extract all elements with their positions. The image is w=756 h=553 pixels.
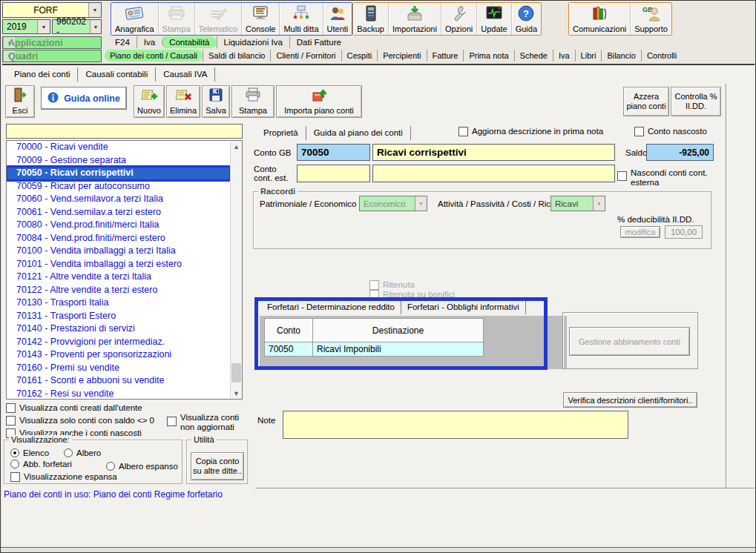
list-scrollbar[interactable]: ▲ ▼ bbox=[230, 141, 242, 399]
account-list-item[interactable]: 70121 - Altre vendite a terzi Italia bbox=[7, 271, 230, 284]
account-list-item[interactable]: 70122 - Altre vendite a terzi estero bbox=[7, 284, 230, 297]
checkbox-box[interactable] bbox=[634, 127, 644, 136]
checkbox-conti-non-aggiornati[interactable]: Visualizza conti non aggiornati bbox=[167, 413, 247, 432]
quadri-tab[interactable]: Clienti / Fornitori bbox=[270, 50, 341, 62]
account-list-item[interactable]: 70143 - Proventi per sponsorizzazioni bbox=[7, 348, 230, 362]
esci-button[interactable]: Esci bbox=[5, 85, 35, 118]
account-list-item[interactable]: 70059 - Ricavi per autoconsumo bbox=[7, 180, 230, 193]
quadri-tab[interactable]: Schede bbox=[514, 50, 553, 62]
guida-button[interactable]: ? Guida bbox=[512, 3, 541, 35]
stampa-piano-button[interactable]: Stampa bbox=[231, 85, 275, 118]
account-list-item[interactable]: 70101 - Vendita imballaggi a terzi ester… bbox=[7, 258, 230, 271]
account-list-item[interactable]: 70130 - Trasporti Italia bbox=[7, 297, 230, 310]
checkbox-box[interactable] bbox=[167, 417, 177, 426]
account-list-item[interactable]: 70160 - Premi su vendite bbox=[7, 362, 230, 375]
year-select[interactable]: 2019 ▼ bbox=[2, 19, 50, 34]
account-list-item[interactable]: 70100 - Vendita imballaggi a terzi Itali… bbox=[7, 245, 230, 258]
account-list-item[interactable]: 70162 - Resi su vendite bbox=[7, 388, 230, 400]
table-row[interactable]: 70050 Ricavi Imponibili bbox=[265, 342, 484, 357]
radio-albero-espanso[interactable]: Albero espanso bbox=[106, 462, 178, 471]
quadri-dropdown[interactable]: Quadri ▼ bbox=[2, 50, 102, 62]
update-button[interactable]: Update bbox=[477, 3, 511, 35]
checkbox-box[interactable] bbox=[6, 403, 16, 413]
copia-conto-button[interactable]: Copia conto su altre ditte.. bbox=[191, 452, 244, 480]
quadri-tab[interactable]: Libri bbox=[575, 50, 602, 62]
forfetari-tab[interactable]: Forfetari - Determinazione reddito bbox=[261, 300, 401, 314]
account-list-item[interactable]: 70084 - Vend.prod.finiti/merci estero bbox=[7, 232, 230, 245]
piano-subtab[interactable]: Causali contabili bbox=[78, 67, 156, 82]
checkbox-nascondi-conti-esterna[interactable]: Nascondi conti cont. esterna bbox=[617, 168, 717, 188]
verifica-descrizioni-button[interactable]: Verifica descrizioni clienti/fornitori.. bbox=[563, 392, 697, 408]
property-tab[interactable]: Guida al piano dei conti bbox=[306, 126, 411, 140]
conto-gb-code-field[interactable]: 70050 bbox=[297, 144, 370, 161]
code-select[interactable]: 960202 - ▼ bbox=[52, 19, 102, 34]
checkbox-visualizzazione-espansa[interactable]: Visualizzazione espansa bbox=[10, 472, 117, 482]
quadri-tab[interactable]: Prima nota bbox=[463, 50, 513, 62]
piano-subtab[interactable]: Causali IVA bbox=[156, 67, 215, 82]
scrollbar-thumb[interactable] bbox=[231, 363, 241, 383]
patrimoniale-select[interactable]: Economico ▼ bbox=[359, 196, 427, 211]
chevron-down-icon[interactable]: ▼ bbox=[88, 3, 101, 17]
conto-est-desc-field[interactable] bbox=[372, 165, 615, 182]
radio-albero[interactable]: Albero bbox=[64, 448, 101, 457]
forfetari-tab[interactable]: Forfetari - Obblighi informativi bbox=[401, 300, 526, 314]
app-tab[interactable]: Dati Fatture bbox=[289, 36, 348, 48]
importa-piano-conti-button[interactable]: Importa piano conti bbox=[276, 85, 362, 118]
quadri-tab[interactable]: Cespiti bbox=[341, 50, 378, 62]
conto-gb-desc-field[interactable]: Ricavi corrispettivi bbox=[372, 144, 615, 161]
piano-subtab[interactable]: Piano dei conti bbox=[7, 67, 78, 82]
opzioni-button[interactable]: Opzioni bbox=[441, 3, 477, 35]
scroll-up-icon[interactable]: ▲ bbox=[231, 141, 242, 152]
account-list-item[interactable]: 70009 - Gestione separata bbox=[7, 154, 230, 168]
radio-elenco[interactable]: Elenco bbox=[10, 448, 49, 457]
anagrafica-button[interactable]: Anagrafica bbox=[111, 3, 159, 35]
account-search-input[interactable] bbox=[6, 124, 243, 139]
quadri-tab[interactable]: Iva bbox=[553, 50, 575, 62]
checkbox-conto-nascosto[interactable]: Conto nascosto bbox=[634, 127, 707, 136]
quadri-tab[interactable]: Percipienti bbox=[377, 50, 426, 62]
account-list-item[interactable]: 70060 - Vend.semilavor.a terzi Italia bbox=[7, 193, 230, 206]
account-list-item[interactable]: 70000 - Ricavi vendite bbox=[7, 141, 230, 154]
comunicazioni-button[interactable]: Comunicazioni bbox=[569, 3, 631, 35]
chevron-down-icon[interactable]: ▼ bbox=[37, 20, 50, 33]
quadri-tab[interactable]: Saldi di bilancio bbox=[203, 50, 270, 62]
quadri-tab[interactable]: Piano dei conti / Causali bbox=[105, 50, 203, 62]
nuovo-button[interactable]: Nuovo bbox=[134, 85, 165, 118]
scroll-down-icon[interactable]: ▼ bbox=[231, 388, 242, 399]
importazioni-button[interactable]: Importazioni bbox=[389, 3, 441, 35]
applicazioni-dropdown[interactable]: Applicazioni ▼ bbox=[2, 36, 102, 49]
backup-button[interactable]: Backup bbox=[353, 3, 389, 35]
azzera-piano-conti-button[interactable]: Azzera piano conti bbox=[623, 87, 669, 116]
conto-est-code-field[interactable] bbox=[297, 165, 370, 182]
account-list-item[interactable]: 70140 - Prestazioni di servizi bbox=[7, 322, 230, 336]
company-select[interactable]: FORF ▼ bbox=[2, 2, 102, 18]
salva-button[interactable]: Salva bbox=[202, 85, 230, 118]
checkbox-saldo-diverso-zero[interactable]: Visualizza solo conti con saldo <> 0 bbox=[6, 416, 154, 425]
radio-circle[interactable] bbox=[106, 462, 115, 471]
chevron-down-icon[interactable]: ▼ bbox=[90, 20, 101, 33]
checkbox-box[interactable] bbox=[10, 472, 20, 482]
quadri-tab[interactable]: Bilancio bbox=[601, 50, 641, 62]
app-tab[interactable]: Contabilità bbox=[162, 36, 216, 48]
app-tab[interactable]: F24 bbox=[108, 36, 137, 48]
checkbox-conti-utente[interactable]: Visualizza conti creati dall'utente bbox=[6, 403, 142, 413]
note-textarea[interactable] bbox=[283, 411, 628, 439]
account-list-item[interactable]: 70161 - Sconti e abbuoni su vendite bbox=[7, 374, 230, 388]
elimina-button[interactable]: Elimina bbox=[166, 85, 200, 118]
table-cell-destinazione[interactable]: Ricavi Imponibili bbox=[313, 342, 484, 357]
guida-online-button[interactable]: Guida online bbox=[41, 87, 127, 110]
checkbox-box[interactable] bbox=[458, 127, 468, 136]
checkbox-box[interactable] bbox=[6, 416, 16, 425]
account-list-item[interactable]: 70050 - Ricavi corrispettivi bbox=[7, 167, 230, 180]
app-tab[interactable]: Liquidazioni Iva bbox=[217, 36, 289, 48]
account-list-item[interactable]: 70142 - Provvigioni per intermediaz. bbox=[7, 336, 230, 349]
console-button[interactable]: Console bbox=[242, 3, 280, 35]
account-list[interactable]: 70000 - Ricavi vendite 70009 - Gestione … bbox=[6, 140, 243, 400]
account-list-item[interactable]: 70080 - Vend.prod.finiti/merci Italia bbox=[7, 219, 230, 232]
table-cell-conto[interactable]: 70050 bbox=[265, 342, 313, 357]
radio-circle[interactable] bbox=[10, 460, 19, 468]
radio-circle[interactable] bbox=[64, 448, 73, 457]
multi-ditta-button[interactable]: Multi ditta bbox=[280, 3, 323, 35]
checkbox-aggiorna-descrizione[interactable]: Aggiorna descrizione in prima nota bbox=[458, 127, 603, 136]
utenti-button[interactable]: Utenti bbox=[323, 3, 352, 35]
